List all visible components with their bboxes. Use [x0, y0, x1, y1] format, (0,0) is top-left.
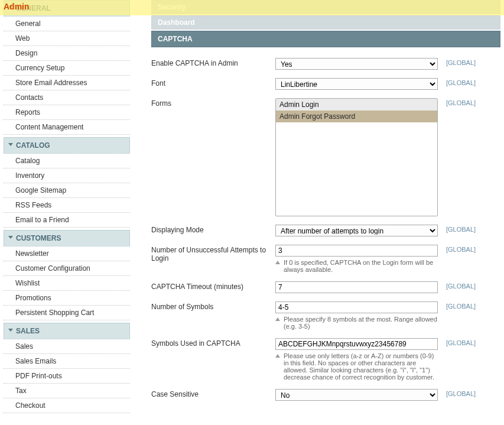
sidebar-item-inventory[interactable]: Inventory — [4, 168, 130, 183]
sidebar-group-catalog[interactable]: CATALOG — [4, 137, 130, 154]
timeout-label: CAPTCHA Timeout (minutes) — [151, 281, 275, 291]
sidebar-item-newsletter[interactable]: Newsletter — [4, 246, 130, 261]
scope-label: [GLOBAL] — [438, 98, 480, 106]
sidebar-item-google-sitemap[interactable]: Google Sitemap — [4, 183, 130, 198]
scope-label: [GLOBAL] — [438, 338, 480, 346]
sidebar-item-content-management[interactable]: Content Management — [4, 120, 130, 135]
num-symbols-input[interactable] — [275, 301, 438, 313]
forms-multiselect[interactable]: Admin LoginAdmin Forgot Password — [275, 98, 438, 216]
timeout-input[interactable] — [275, 281, 438, 293]
sidebar-item-store-email-addresses[interactable]: Store Email Addresses — [4, 76, 130, 90]
sidebar-item-catalog[interactable]: Catalog — [4, 154, 130, 168]
scope-label: [GLOBAL] — [438, 301, 480, 310]
sidebar-item-persistent-shopping-cart[interactable]: Persistent Shopping Cart — [4, 306, 130, 320]
hint-icon — [275, 317, 280, 321]
font-select[interactable]: LinLibertine — [275, 78, 438, 90]
sidebar-item-pdf-print-outs[interactable]: PDF Print-outs — [4, 369, 130, 384]
section-captcha[interactable]: CAPTCHA — [151, 31, 500, 47]
sidebar-group-customers[interactable]: CUSTOMERS — [4, 230, 130, 246]
sidebar-item-customer-configuration[interactable]: Customer Configuration — [4, 261, 130, 276]
config-main: Security Dashboard CAPTCHA Enable CAPTCH… — [134, 0, 504, 421]
symbols-used-hint: Please use only letters (a-z or A-Z) or … — [284, 352, 438, 381]
hint-icon — [275, 261, 280, 264]
enable-captcha-select[interactable]: YesNo — [275, 58, 438, 70]
section-dashboard[interactable]: Dashboard — [151, 15, 500, 30]
num-symbols-hint: Please specify 8 symbols at the most. Ra… — [284, 316, 438, 330]
num-symbols-label: Number of Symbols — [151, 301, 275, 311]
chevron-down-icon — [8, 329, 13, 332]
attempts-input[interactable] — [275, 245, 438, 257]
sidebar-group-title: CUSTOMERS — [16, 234, 61, 242]
sidebar-item-promotions[interactable]: Promotions — [4, 291, 130, 306]
sidebar-item-checkout[interactable]: Checkout — [4, 398, 130, 413]
forms-label: Forms — [151, 98, 275, 108]
chevron-down-icon — [8, 143, 13, 146]
scope-label: [GLOBAL] — [438, 58, 480, 66]
scope-label: [GLOBAL] — [438, 225, 480, 233]
sidebar-item-design[interactable]: Design — [4, 46, 130, 61]
hint-icon — [275, 354, 280, 358]
sidebar-item-reports[interactable]: Reports — [4, 105, 130, 120]
sidebar-item-web[interactable]: Web — [4, 31, 130, 46]
attempts-label: Number of Unsuccessful Attempts to Login — [151, 245, 275, 262]
chevron-down-icon — [8, 236, 13, 239]
sidebar-item-contacts[interactable]: Contacts — [4, 90, 130, 105]
sidebar-group-title: SALES — [16, 327, 40, 335]
sidebar-group-title: GENERAL — [16, 4, 51, 12]
symbols-used-label: Symbols Used in CAPTCHA — [151, 338, 275, 348]
scope-label: [GLOBAL] — [438, 389, 480, 397]
font-label: Font — [151, 78, 275, 87]
chevron-down-icon — [8, 6, 13, 9]
scope-label: [GLOBAL] — [438, 245, 480, 253]
section-security[interactable]: Security — [151, 0, 500, 14]
sidebar-item-general[interactable]: General — [4, 17, 130, 31]
enable-captcha-label: Enable CAPTCHA in Admin — [151, 58, 275, 67]
displaying-mode-label: Displaying Mode — [151, 225, 275, 234]
displaying-mode-select[interactable]: AlwaysAfter number of attempts to login — [275, 225, 438, 236]
sidebar-group-general[interactable]: GENERAL — [4, 0, 130, 17]
sidebar-item-sales-emails[interactable]: Sales Emails — [4, 354, 130, 369]
sidebar-group-sales[interactable]: SALES — [4, 323, 130, 339]
sidebar-group-title: CATALOG — [16, 141, 50, 150]
sidebar-item-rss-feeds[interactable]: RSS Feeds — [4, 198, 130, 213]
config-sidebar: GENERALGeneralWebDesignCurrency SetupSto… — [0, 0, 134, 420]
attempts-hint: If 0 is specified, CAPTCHA on the Login … — [284, 259, 438, 273]
sidebar-item-currency-setup[interactable]: Currency Setup — [4, 61, 130, 76]
sidebar-item-wishlist[interactable]: Wishlist — [4, 276, 130, 291]
case-sensitive-select[interactable]: YesNo — [275, 389, 438, 401]
case-sensitive-label: Case Sensitive — [151, 389, 275, 398]
sidebar-item-sales[interactable]: Sales — [4, 339, 130, 354]
sidebar-item-tax[interactable]: Tax — [4, 384, 130, 398]
scope-label: [GLOBAL] — [438, 281, 480, 290]
symbols-used-input[interactable] — [275, 338, 438, 350]
sidebar-item-email-to-a-friend[interactable]: Email to a Friend — [4, 213, 130, 228]
scope-label: [GLOBAL] — [438, 78, 480, 86]
